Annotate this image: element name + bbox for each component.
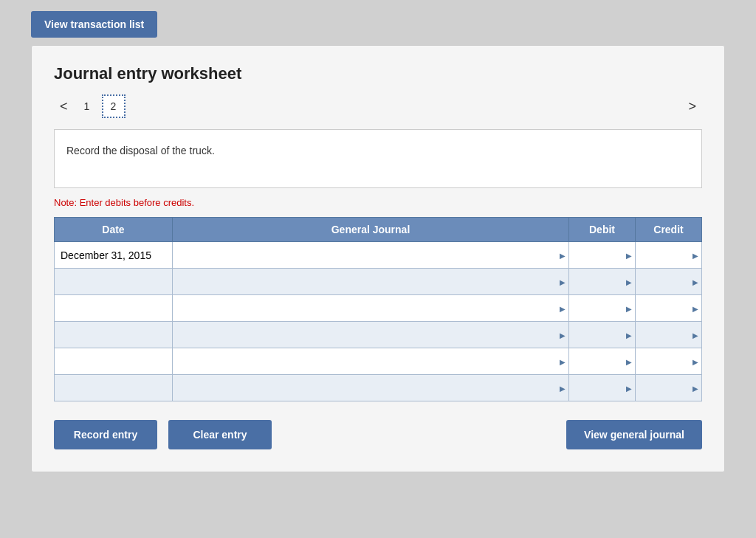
note-text: Note: Enter debits before credits. xyxy=(54,197,702,208)
debit-cell-6[interactable] xyxy=(569,375,636,401)
record-entry-button[interactable]: Record entry xyxy=(54,420,157,449)
journal-input-2[interactable] xyxy=(179,275,563,289)
table-row xyxy=(55,375,702,401)
table-row xyxy=(55,322,702,348)
credit-cell-4[interactable] xyxy=(636,322,702,348)
credit-cell-5[interactable] xyxy=(636,348,702,375)
credit-input-6[interactable] xyxy=(642,381,695,395)
debit-cell-2[interactable] xyxy=(569,269,636,295)
pagination-row: < 1 2 > xyxy=(54,94,702,118)
main-card: Journal entry worksheet < 1 2 > Record t… xyxy=(31,45,725,472)
col-header-journal: General Journal xyxy=(173,218,569,242)
journal-cell-6[interactable] xyxy=(173,375,569,401)
date-cell-4 xyxy=(55,322,173,348)
debit-input-3[interactable] xyxy=(575,301,629,315)
debit-input-1[interactable] xyxy=(575,248,629,262)
buttons-row: Record entry Clear entry View general jo… xyxy=(54,420,702,449)
journal-cell-3[interactable] xyxy=(173,295,569,322)
credit-cell-6[interactable] xyxy=(636,375,702,401)
journal-cell-2[interactable] xyxy=(173,269,569,295)
journal-input-5[interactable] xyxy=(179,354,563,368)
date-cell-3 xyxy=(55,295,173,322)
table-row xyxy=(55,348,702,375)
clear-entry-button[interactable]: Clear entry xyxy=(168,420,272,449)
debit-input-6[interactable] xyxy=(575,381,629,395)
page-2-active[interactable]: 2 xyxy=(102,94,126,118)
page-1[interactable]: 1 xyxy=(75,94,99,118)
col-header-date: Date xyxy=(55,218,173,242)
view-transaction-button[interactable]: View transaction list xyxy=(31,11,157,38)
journal-cell-5[interactable] xyxy=(173,348,569,375)
credit-input-3[interactable] xyxy=(642,301,695,315)
col-header-debit: Debit xyxy=(569,218,636,242)
table-row xyxy=(55,295,702,322)
journal-cell-1[interactable] xyxy=(173,242,569,269)
credit-input-4[interactable] xyxy=(642,328,695,342)
journal-cell-4[interactable] xyxy=(173,322,569,348)
credit-input-2[interactable] xyxy=(642,275,695,289)
journal-input-4[interactable] xyxy=(179,328,563,342)
debit-cell-5[interactable] xyxy=(569,348,636,375)
debit-cell-4[interactable] xyxy=(569,322,636,348)
debit-cell-3[interactable] xyxy=(569,295,636,322)
date-cell-6 xyxy=(55,375,173,401)
credit-cell-2[interactable] xyxy=(636,269,702,295)
date-cell-5 xyxy=(55,348,173,375)
table-row xyxy=(55,269,702,295)
credit-input-1[interactable] xyxy=(642,248,695,262)
prev-page-arrow[interactable]: < xyxy=(54,96,74,117)
debit-input-4[interactable] xyxy=(575,328,629,342)
credit-cell-3[interactable] xyxy=(636,295,702,322)
journal-table: Date General Journal Debit Credit Decemb… xyxy=(54,217,702,401)
debit-input-5[interactable] xyxy=(575,354,629,368)
journal-input-1[interactable] xyxy=(179,248,563,262)
instruction-box: Record the disposal of the truck. xyxy=(54,129,702,188)
debit-cell-1[interactable] xyxy=(569,242,636,269)
date-cell-2 xyxy=(55,269,173,295)
journal-input-3[interactable] xyxy=(179,301,563,315)
table-row: December 31, 2015 xyxy=(55,242,702,269)
credit-cell-1[interactable] xyxy=(636,242,702,269)
credit-input-5[interactable] xyxy=(642,354,695,368)
journal-input-6[interactable] xyxy=(179,381,563,395)
debit-input-2[interactable] xyxy=(575,275,629,289)
view-general-journal-button[interactable]: View general journal xyxy=(566,420,702,449)
next-page-arrow[interactable]: > xyxy=(682,96,702,117)
col-header-credit: Credit xyxy=(636,218,702,242)
date-cell-1: December 31, 2015 xyxy=(55,242,173,269)
page-title: Journal entry worksheet xyxy=(54,64,702,83)
